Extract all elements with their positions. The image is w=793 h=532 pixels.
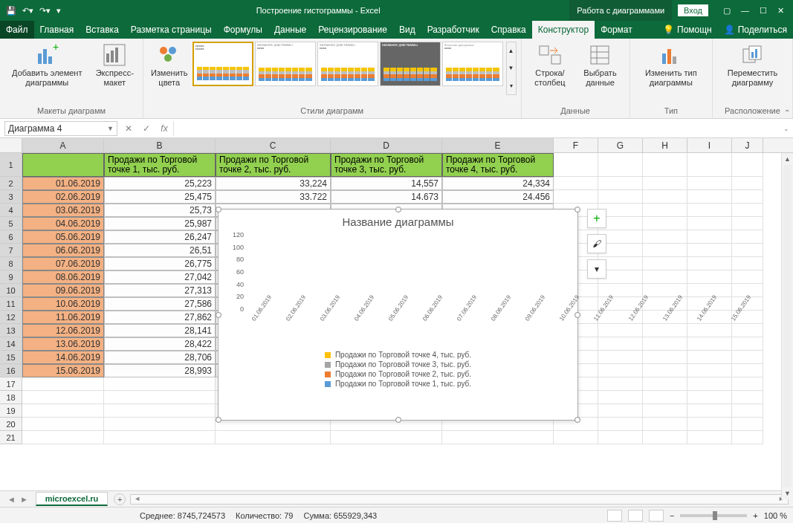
cell[interactable] (643, 257, 687, 270)
cell[interactable] (104, 377, 216, 391)
worksheet-grid[interactable]: ABCDEFGHIJ 1Продажи по Торговой точке 1,… (0, 138, 793, 490)
qat-more-icon[interactable]: ▾ (56, 6, 61, 16)
maximize-icon[interactable]: ☐ (760, 6, 767, 16)
cell[interactable]: 13.06.2019 (22, 337, 104, 351)
select-all-corner[interactable] (0, 138, 22, 152)
close-icon[interactable]: ✕ (777, 6, 784, 16)
chart-style-3[interactable]: НАЗВАНИЕ ДИАГРАММЫ■■■■ (317, 42, 378, 86)
cell[interactable]: 10.06.2019 (22, 297, 104, 311)
undo-icon[interactable]: ↶▾ (22, 6, 33, 16)
resize-handle[interactable] (216, 207, 221, 213)
cell[interactable]: 05.06.2019 (22, 230, 104, 244)
cell[interactable] (732, 244, 763, 257)
resize-handle[interactable] (574, 207, 580, 213)
cell[interactable] (643, 337, 687, 351)
cell[interactable] (687, 377, 732, 391)
change-colors-button[interactable]: Изменить цвета (148, 42, 191, 89)
row-header[interactable]: 10 (0, 284, 22, 297)
cell[interactable] (732, 351, 763, 364)
row-header[interactable]: 8 (0, 257, 22, 270)
tab-page-layout[interactable]: Разметка страницы (125, 21, 218, 39)
cell[interactable] (643, 270, 687, 284)
cell[interactable]: 14.06.2019 (22, 351, 104, 364)
tab-view[interactable]: Вид (393, 21, 421, 39)
cell[interactable]: 07.06.2019 (22, 257, 104, 270)
cell[interactable]: 27,586 (104, 297, 216, 311)
row-header[interactable]: 7 (0, 244, 22, 257)
cell[interactable]: 25,223 (104, 177, 216, 190)
gallery-up-icon[interactable]: ▲ (507, 42, 516, 59)
zoom-in-button[interactable]: + (753, 511, 757, 520)
cell[interactable] (22, 431, 104, 444)
chart-style-1[interactable]: ■■■■■■■■■■ (192, 42, 253, 86)
cell[interactable]: 27,313 (104, 284, 216, 297)
cell[interactable] (732, 204, 763, 217)
chart-object[interactable]: Название диаграммы 120100806040200 01.06… (218, 209, 578, 421)
cell[interactable] (643, 153, 687, 177)
cell[interactable]: 28,141 (104, 324, 216, 337)
cell[interactable] (687, 204, 732, 217)
ribbon-options-icon[interactable]: ▢ (723, 6, 731, 16)
cell[interactable]: 26,775 (104, 257, 216, 270)
row-header[interactable]: 6 (0, 230, 22, 244)
cell[interactable] (732, 418, 763, 431)
cell[interactable] (643, 351, 687, 364)
cell[interactable] (598, 391, 643, 404)
cell[interactable] (687, 177, 732, 190)
column-header[interactable]: B (104, 138, 216, 152)
cell[interactable] (554, 153, 598, 177)
cell[interactable] (643, 190, 687, 204)
cell[interactable]: 03.06.2019 (22, 204, 104, 217)
select-data-button[interactable]: Выбрать данные (575, 42, 624, 89)
name-box[interactable]: Диаграмма 4▼ (4, 121, 117, 136)
cell[interactable]: 28,422 (104, 337, 216, 351)
cell[interactable]: 24,334 (442, 177, 554, 190)
chart-legend[interactable]: Продажи по Торговой точке 4, тыс. руб.Пр… (219, 346, 577, 392)
row-header[interactable]: 9 (0, 270, 22, 284)
share-button[interactable]: 👤Поделиться (718, 25, 793, 35)
gallery-more-icon[interactable]: ▾ (507, 77, 516, 94)
column-header[interactable]: J (732, 138, 763, 152)
cell[interactable] (598, 404, 643, 418)
scroll-up-icon[interactable]: ▲ (782, 153, 793, 165)
change-chart-type-button[interactable]: Изменить тип диаграммы (635, 42, 708, 89)
cell[interactable]: Продажи по Торговой точке 4, тыс. руб. (442, 153, 554, 177)
cell[interactable] (554, 177, 598, 190)
cell[interactable] (643, 418, 687, 431)
cell[interactable] (643, 431, 687, 444)
cell[interactable] (732, 377, 763, 391)
cell[interactable] (687, 364, 732, 377)
cell[interactable]: 28,706 (104, 351, 216, 364)
tab-data[interactable]: Данные (268, 21, 312, 39)
row-header[interactable]: 14 (0, 337, 22, 351)
cell[interactable] (687, 244, 732, 257)
row-header[interactable]: 21 (0, 431, 22, 444)
zoom-level[interactable]: 100 % (764, 511, 787, 520)
cell[interactable]: 25,73 (104, 204, 216, 217)
cell[interactable] (732, 217, 763, 230)
cell[interactable] (598, 431, 643, 444)
tab-format[interactable]: Формат (595, 21, 638, 39)
cell[interactable] (598, 418, 643, 431)
cell[interactable]: Продажи по Торговой точке 1, тыс. руб. (104, 153, 216, 177)
sheet-tab-active[interactable]: microexcel.ru (36, 492, 109, 506)
row-header[interactable]: 20 (0, 418, 22, 431)
column-header[interactable]: A (22, 138, 104, 152)
cell[interactable] (104, 418, 216, 431)
cell[interactable] (732, 177, 763, 190)
cell[interactable] (687, 418, 732, 431)
cell[interactable]: 14.673 (331, 190, 442, 204)
cell[interactable] (732, 257, 763, 270)
cell[interactable] (732, 337, 763, 351)
cell[interactable] (598, 351, 643, 364)
cell[interactable] (687, 217, 732, 230)
cell[interactable]: 08.06.2019 (22, 270, 104, 284)
chart-elements-button[interactable]: + (587, 209, 606, 228)
new-sheet-button[interactable]: + (114, 493, 126, 505)
row-header[interactable]: 1 (0, 153, 22, 177)
chart-filters-button[interactable]: ▾ (587, 259, 606, 279)
column-header[interactable]: D (331, 138, 442, 152)
column-header[interactable]: E (442, 138, 554, 152)
cell[interactable] (22, 153, 104, 177)
row-header[interactable]: 3 (0, 190, 22, 204)
